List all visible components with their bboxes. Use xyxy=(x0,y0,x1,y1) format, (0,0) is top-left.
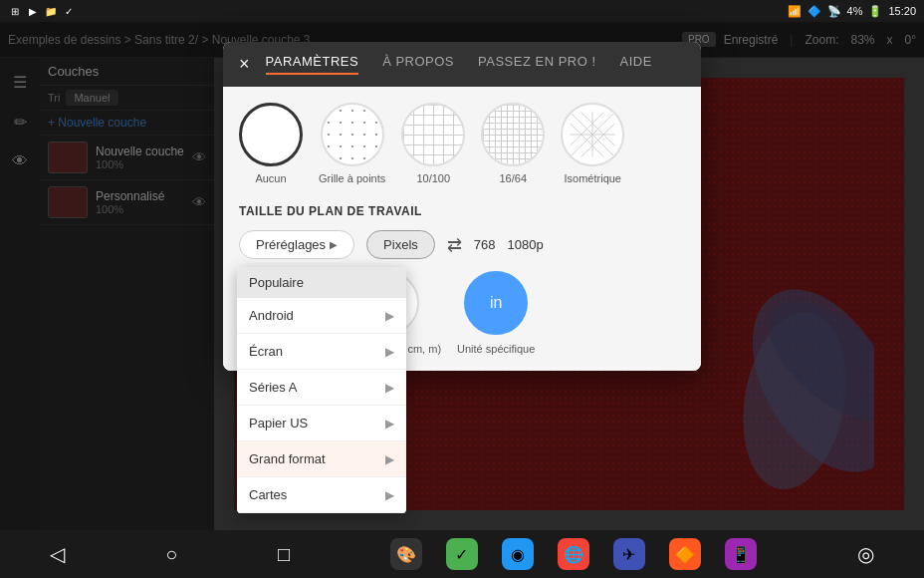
battery-icon: 🔋 xyxy=(868,5,882,18)
status-bar-left: ⊞ ▶ 📁 ✓ xyxy=(8,4,76,18)
dropdown-label-cartes: Cartes xyxy=(249,487,287,502)
presets-row: Préréglages ▶ Pixels ⇄ 768 1080p xyxy=(239,230,685,259)
app-icon-browser[interactable]: 🌐 xyxy=(558,538,589,570)
grid-circle-1664 xyxy=(481,103,545,166)
dropdown-menu: Populaire Android ▶ Écran ▶ Séries A ▶ P… xyxy=(237,267,406,513)
grid-options: Aucun Grille à points 10/100 xyxy=(239,103,685,184)
grid-circle-aucun xyxy=(239,103,303,166)
tab-parametres[interactable]: PARAMÈTRES xyxy=(266,54,359,75)
folder-icon: 📁 xyxy=(44,4,58,18)
workplane-title: TAILLE DU PLAN DE TRAVAIL xyxy=(239,204,685,218)
nav-home-button[interactable]: ○ xyxy=(165,543,177,566)
grid-option-1664[interactable]: 16/64 xyxy=(481,103,545,184)
grid-label-1664: 16/64 xyxy=(500,172,528,184)
bluetooth-icon: 🔷 xyxy=(808,5,821,18)
battery-percent: 4% xyxy=(847,5,863,17)
bottom-app-icons: 🎨 ✓ ◉ 🌐 ✈ 🔶 📱 xyxy=(390,538,757,570)
grid-lines-sm-pattern xyxy=(483,105,543,164)
signal-icon: 📡 xyxy=(827,5,841,18)
dropdown-item-series[interactable]: Séries A ▶ xyxy=(237,370,406,406)
dialog-tabs: PARAMÈTRES À PROPOS PASSEZ EN PRO ! AIDE xyxy=(266,54,652,75)
grid-circle-iso xyxy=(561,103,624,166)
nav-back-button[interactable]: ◁ xyxy=(50,542,65,566)
app-icon-device[interactable]: 📱 xyxy=(725,538,757,570)
check-icon: ✓ xyxy=(62,4,76,18)
grid-option-dots[interactable]: Grille à points xyxy=(319,103,385,184)
grid-dots-pattern xyxy=(323,105,382,164)
app-icon-orange[interactable]: 🔶 xyxy=(669,538,701,570)
grid-circle-10100 xyxy=(401,103,465,166)
unit-option-specifique[interactable]: in Unité spécifique xyxy=(457,271,535,355)
nav-extra-icon[interactable]: ◎ xyxy=(857,542,874,566)
close-button[interactable]: × xyxy=(239,54,250,75)
tab-apropos[interactable]: À PROPOS xyxy=(382,54,454,75)
grid-label-10100: 10/100 xyxy=(416,172,450,184)
dropdown-item-papier[interactable]: Papier US ▶ xyxy=(237,406,406,441)
bottom-nav: ◁ ○ □ 🎨 ✓ ◉ 🌐 ✈ 🔶 📱 ◎ xyxy=(0,530,924,578)
presets-arrow-icon: ▶ xyxy=(330,239,338,250)
tab-passezpro[interactable]: PASSEZ EN PRO ! xyxy=(478,54,596,75)
dropdown-label-papier: Papier US xyxy=(249,416,308,431)
app-icon-check[interactable]: ✓ xyxy=(446,538,478,570)
unit-circle-specifique: in xyxy=(464,271,528,335)
grid-icon: ⊞ xyxy=(8,4,22,18)
dropdown-item-ecran[interactable]: Écran ▶ xyxy=(237,334,406,370)
height-value: 1080p xyxy=(508,237,544,252)
dropdown-item-grand-format[interactable]: Grand format ▶ xyxy=(237,441,406,477)
app-icon-tasks[interactable]: ✈ xyxy=(613,538,645,570)
dropdown-label-android: Android xyxy=(249,308,294,323)
grid-circle-dots xyxy=(321,103,384,166)
app-icon-stylus[interactable]: 🎨 xyxy=(390,538,422,570)
modal-overlay: × PARAMÈTRES À PROPOS PASSEZ EN PRO ! AI… xyxy=(0,22,924,530)
pixels-button[interactable]: Pixels xyxy=(366,230,435,259)
presets-label: Préréglages xyxy=(256,237,326,252)
dialog-header: × PARAMÈTRES À PROPOS PASSEZ EN PRO ! AI… xyxy=(223,42,701,87)
grid-label-aucun: Aucun xyxy=(255,172,286,184)
nav-recent-button[interactable]: □ xyxy=(278,543,290,566)
status-bar: ⊞ ▶ 📁 ✓ 📶 🔷 📡 4% 🔋 15:20 xyxy=(0,0,924,22)
play-icon: ▶ xyxy=(26,4,40,18)
width-value: 768 xyxy=(474,237,496,252)
grid-label-iso: Isométrique xyxy=(565,172,621,184)
wifi-icon: 📶 xyxy=(788,5,802,18)
grid-option-iso[interactable]: Isométrique xyxy=(561,103,624,184)
dropdown-item-android[interactable]: Android ▶ xyxy=(237,298,406,334)
dropdown-header: Populaire xyxy=(237,267,406,298)
dropdown-arrow-series: ▶ xyxy=(385,381,394,395)
dropdown-arrow-ecran: ▶ xyxy=(385,345,394,359)
dropdown-label-series: Séries A xyxy=(249,380,297,395)
tab-aide[interactable]: AIDE xyxy=(620,54,652,75)
dropdown-arrow-cartes: ▶ xyxy=(385,488,394,502)
app-icon-circle-app[interactable]: ◉ xyxy=(502,538,534,570)
unit-label-specifique: Unité spécifique xyxy=(457,343,535,355)
dropdown-label-ecran: Écran xyxy=(249,344,283,359)
grid-label-dots: Grille à points xyxy=(319,172,385,184)
swap-icon[interactable]: ⇄ xyxy=(447,234,462,256)
dropdown-arrow-papier: ▶ xyxy=(385,417,394,431)
dropdown-item-cartes[interactable]: Cartes ▶ xyxy=(237,477,406,513)
grid-lines-pattern xyxy=(403,105,463,164)
dropdown-label-grand-format: Grand format xyxy=(249,451,326,466)
dropdown-arrow-grand-format: ▶ xyxy=(385,452,394,466)
grid-option-aucun[interactable]: Aucun xyxy=(239,103,303,184)
grid-option-10100[interactable]: 10/100 xyxy=(401,103,465,184)
dropdown-arrow-android: ▶ xyxy=(385,309,394,323)
time: 15:20 xyxy=(888,5,916,17)
iso-grid-svg xyxy=(563,105,622,164)
presets-button[interactable]: Préréglages ▶ xyxy=(239,230,354,259)
status-bar-right: 📶 🔷 📡 4% 🔋 15:20 xyxy=(788,5,916,18)
